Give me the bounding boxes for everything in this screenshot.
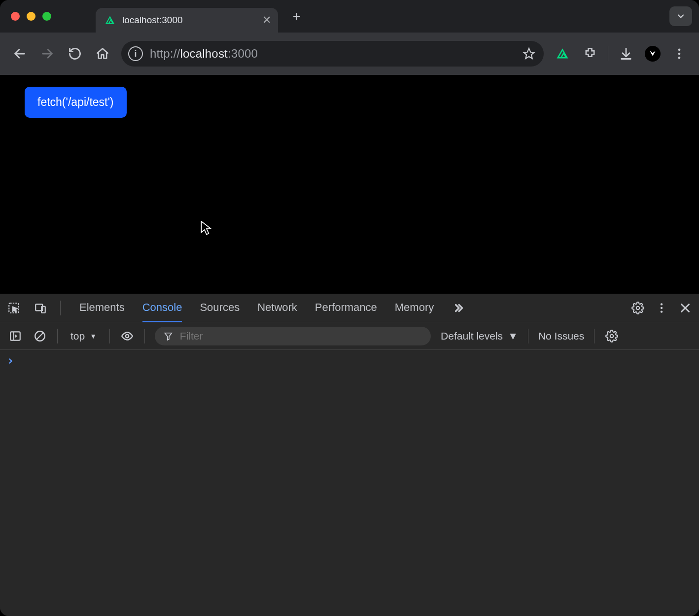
menu-icon[interactable] xyxy=(670,45,688,63)
more-tabs-icon[interactable] xyxy=(452,301,465,315)
page-viewport: fetch('/api/test') xyxy=(0,75,699,294)
console-settings-icon[interactable] xyxy=(604,329,619,343)
filter-box[interactable] xyxy=(155,327,431,345)
log-levels-dropdown[interactable]: Default levels ▼ xyxy=(441,330,518,342)
svg-point-24 xyxy=(610,334,614,338)
home-button[interactable] xyxy=(94,45,111,63)
svg-line-21 xyxy=(37,333,43,339)
separator xyxy=(608,46,608,61)
tab-memory[interactable]: Memory xyxy=(395,294,434,322)
bookmark-star-icon[interactable] xyxy=(517,44,541,64)
close-window-button[interactable] xyxy=(11,12,20,21)
svg-point-22 xyxy=(126,334,129,338)
issues-label[interactable]: No Issues xyxy=(538,330,584,342)
reload-button[interactable] xyxy=(66,45,84,63)
url-text: http://localhost:3000 xyxy=(150,47,258,61)
close-devtools-icon[interactable] xyxy=(678,301,692,315)
svg-marker-2 xyxy=(524,48,534,59)
clear-console-icon[interactable] xyxy=(33,329,47,343)
cursor-icon xyxy=(201,221,211,236)
window-titlebar: localhost:3000 ✕ + xyxy=(0,0,699,33)
nuxt-icon xyxy=(105,15,115,26)
fullscreen-window-button[interactable] xyxy=(42,12,51,21)
separator xyxy=(144,329,145,343)
svg-marker-5 xyxy=(650,51,656,56)
chevron-down-icon: ▼ xyxy=(508,330,518,342)
live-expression-icon[interactable] xyxy=(120,329,135,343)
tab-sources[interactable]: Sources xyxy=(200,294,240,322)
tab-network[interactable]: Network xyxy=(257,294,297,322)
svg-point-15 xyxy=(661,310,663,312)
svg-point-7 xyxy=(678,53,681,55)
separator xyxy=(60,301,61,315)
svg-point-14 xyxy=(661,307,663,308)
chevron-down-icon: ▼ xyxy=(90,332,97,340)
tab-title: localhost:3000 xyxy=(122,15,255,26)
nuxt-devtools-icon[interactable] xyxy=(554,45,571,63)
console-output[interactable]: › xyxy=(0,350,699,616)
inspect-element-icon[interactable] xyxy=(7,301,21,315)
svg-marker-23 xyxy=(165,333,172,340)
address-bar[interactable]: i http://localhost:3000 xyxy=(121,41,544,67)
fetch-button[interactable]: fetch('/api/test') xyxy=(25,87,127,118)
tab-console[interactable]: Console xyxy=(142,294,182,322)
filter-icon xyxy=(164,331,173,341)
devtools-panel: Elements Console Sources Network Perform… xyxy=(0,294,699,616)
window-controls xyxy=(11,12,51,21)
gear-icon[interactable] xyxy=(631,301,645,315)
kebab-icon[interactable] xyxy=(655,301,668,315)
svg-point-12 xyxy=(636,306,640,309)
levels-label: Default levels xyxy=(441,330,503,342)
tab-elements[interactable]: Elements xyxy=(79,294,125,322)
filter-input[interactable] xyxy=(180,330,422,342)
extensions-icon[interactable] xyxy=(581,45,599,63)
separator xyxy=(57,329,58,343)
separator xyxy=(594,329,594,343)
forward-button[interactable] xyxy=(38,45,56,63)
tab-performance[interactable]: Performance xyxy=(315,294,377,322)
profile-avatar[interactable] xyxy=(645,46,661,62)
separator xyxy=(528,329,528,343)
devtools-tabbar: Elements Console Sources Network Perform… xyxy=(0,294,699,322)
tab-overflow-button[interactable] xyxy=(669,6,692,26)
back-button[interactable] xyxy=(11,45,29,63)
toggle-sidebar-icon[interactable] xyxy=(8,329,23,343)
execution-context-dropdown[interactable]: top ▼ xyxy=(68,330,100,342)
close-tab-icon[interactable]: ✕ xyxy=(262,14,271,27)
browser-toolbar: i http://localhost:3000 xyxy=(0,33,699,75)
devtools-tabs: Elements Console Sources Network Perform… xyxy=(79,294,434,322)
svg-point-8 xyxy=(678,57,681,59)
browser-tab[interactable]: localhost:3000 ✕ xyxy=(96,8,278,33)
site-info-icon[interactable]: i xyxy=(128,46,143,61)
console-toolbar: top ▼ Default levels ▼ No Issues xyxy=(0,322,699,350)
new-tab-button[interactable]: + xyxy=(287,8,307,24)
separator xyxy=(109,329,110,343)
console-prompt: › xyxy=(7,354,14,368)
minimize-window-button[interactable] xyxy=(27,12,35,21)
device-toggle-icon[interactable] xyxy=(34,301,47,315)
downloads-icon[interactable] xyxy=(617,45,635,63)
svg-point-13 xyxy=(661,303,663,305)
context-label: top xyxy=(70,330,85,342)
svg-point-6 xyxy=(678,49,681,51)
